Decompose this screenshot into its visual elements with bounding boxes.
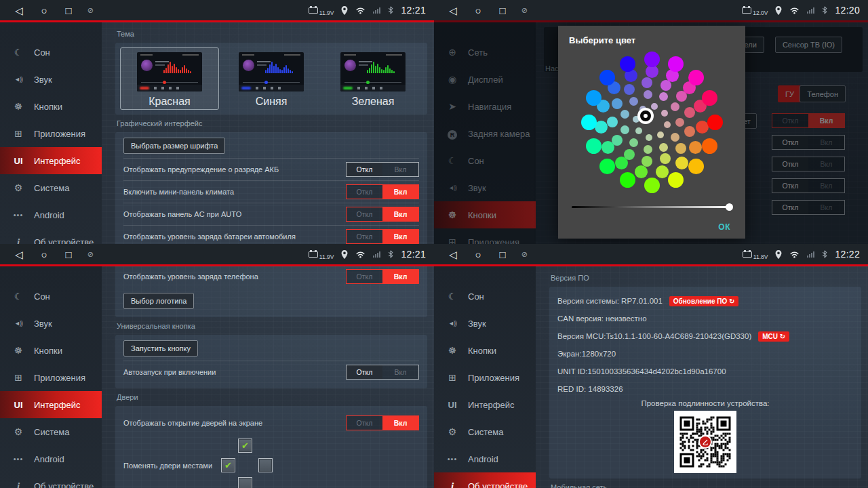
- color-dot[interactable]: [668, 56, 684, 72]
- sidebar-item-about-device[interactable]: iОб устройстве: [0, 472, 102, 488]
- color-dot[interactable]: [620, 56, 635, 72]
- back-icon[interactable]: ◁: [449, 5, 457, 16]
- color-dot[interactable]: [581, 115, 597, 130]
- sidebar-item-ui-interface[interactable]: UIИнтерфейс: [434, 391, 536, 418]
- color-dot[interactable]: [659, 92, 668, 101]
- color-dot[interactable]: [657, 131, 664, 138]
- sidebar-item-sleep[interactable]: ☾Сон: [434, 283, 536, 310]
- toggle-off[interactable]: ОтклВкл: [346, 365, 419, 380]
- color-dot[interactable]: [620, 110, 629, 119]
- run-button[interactable]: Запустить кнопку: [123, 340, 198, 357]
- color-dot[interactable]: [644, 178, 660, 193]
- color-dot[interactable]: [684, 126, 695, 137]
- sidebar-item-sound[interactable]: ◄))Звук: [0, 66, 102, 93]
- sidebar-item-apps[interactable]: ⊞Приложения: [434, 364, 536, 391]
- color-dot[interactable]: [671, 102, 679, 111]
- recents-icon[interactable]: □: [500, 5, 506, 16]
- color-dot[interactable]: [675, 143, 686, 154]
- color-dot[interactable]: [586, 138, 601, 154]
- color-dot[interactable]: [629, 138, 638, 147]
- toggle-on[interactable]: ОтклВкл: [346, 269, 419, 284]
- sidebar-item-apps[interactable]: ⊞Приложения: [0, 364, 102, 391]
- color-dot[interactable]: [620, 172, 635, 188]
- color-dot[interactable]: [620, 125, 629, 134]
- color-dot[interactable]: [644, 90, 652, 99]
- sidebar-item-steering-buttons[interactable]: ☸Кнопки: [0, 337, 102, 364]
- color-dot[interactable]: [595, 121, 608, 134]
- sidebar-item-sleep[interactable]: ☾Сон: [0, 39, 102, 66]
- color-dot[interactable]: [586, 90, 601, 106]
- color-dot[interactable]: [607, 117, 618, 127]
- color-dot[interactable]: [651, 103, 658, 110]
- back-icon[interactable]: ◁: [449, 249, 457, 260]
- toggle-on[interactable]: ОтклВкл: [346, 207, 419, 222]
- color-dot[interactable]: [644, 145, 652, 154]
- color-dot[interactable]: [659, 143, 668, 152]
- color-dot[interactable]: [675, 118, 684, 127]
- color-dot[interactable]: [702, 138, 717, 154]
- sidebar-item-steering-buttons[interactable]: ☸Кнопки: [0, 93, 102, 120]
- toggle-off[interactable]: ОтклВкл: [346, 162, 419, 177]
- color-dot[interactable]: [688, 70, 704, 85]
- sidebar-item-android[interactable]: •••Android: [0, 445, 102, 472]
- sidebar-item-sleep[interactable]: ☾Сон: [0, 283, 102, 310]
- color-dot[interactable]: [599, 70, 615, 85]
- theme-card[interactable]: Зеленая: [323, 47, 422, 110]
- quick-app-icon[interactable]: ⊘: [87, 7, 94, 14]
- logo-select-button[interactable]: Выбор логотипа: [123, 293, 194, 309]
- home-icon[interactable]: ○: [475, 5, 481, 16]
- color-dot[interactable]: [601, 141, 614, 154]
- slider-thumb[interactable]: [726, 203, 733, 211]
- quick-app-icon[interactable]: ⊘: [521, 7, 528, 14]
- color-dot[interactable]: [688, 159, 704, 174]
- door-rear-checkbox[interactable]: [238, 477, 252, 488]
- color-dot[interactable]: [599, 159, 615, 174]
- color-dot[interactable]: [707, 115, 723, 130]
- recents-icon[interactable]: □: [500, 249, 506, 260]
- toggle-on[interactable]: ОтклВкл: [346, 415, 419, 430]
- color-dot[interactable]: [612, 98, 623, 109]
- sidebar-item-system[interactable]: ⚙Система: [0, 418, 102, 445]
- color-dot[interactable]: [671, 133, 679, 142]
- sidebar-item-apps[interactable]: ⊞Приложения: [0, 120, 102, 147]
- home-icon[interactable]: ○: [475, 249, 481, 260]
- sidebar-item-sound[interactable]: ◄))Звук: [434, 310, 536, 337]
- color-dot[interactable]: [702, 90, 717, 106]
- toggle-on[interactable]: ОтклВкл: [346, 184, 419, 199]
- font-size-button[interactable]: Выбрать размер шрифта: [123, 138, 225, 154]
- color-dot[interactable]: [660, 153, 671, 164]
- color-dot[interactable]: [644, 52, 660, 67]
- color-dot[interactable]: [661, 110, 668, 117]
- color-dot[interactable]: [675, 157, 688, 169]
- color-dot[interactable]: [656, 165, 669, 178]
- brightness-slider[interactable]: [572, 203, 732, 211]
- color-dot[interactable]: [615, 157, 628, 169]
- quick-app-icon[interactable]: ⊘: [521, 251, 528, 258]
- sidebar-item-about-device[interactable]: iОб устройстве: [0, 228, 102, 244]
- sidebar-item-sound[interactable]: ◄))Звук: [0, 310, 102, 337]
- back-icon[interactable]: ◁: [15, 249, 23, 260]
- update-badge[interactable]: MCU ↻: [758, 331, 789, 342]
- color-dot[interactable]: [684, 107, 695, 118]
- color-dot[interactable]: [664, 121, 671, 128]
- door-front-checkbox[interactable]: ✔: [238, 439, 252, 453]
- color-dot[interactable]: [635, 165, 648, 178]
- color-dot[interactable]: [624, 84, 635, 95]
- sidebar-item-about-device[interactable]: iОб устройстве: [434, 472, 536, 488]
- color-dot[interactable]: [642, 77, 652, 88]
- color-dot[interactable]: [642, 156, 652, 167]
- recents-icon[interactable]: □: [66, 5, 72, 16]
- theme-card[interactable]: Синяя: [222, 47, 321, 110]
- sidebar-item-android[interactable]: •••Android: [0, 201, 102, 228]
- ok-button[interactable]: ОК: [714, 218, 734, 233]
- sidebar-item-ui-interface[interactable]: UIИнтерфейс: [0, 391, 102, 418]
- selected-color-indicator[interactable]: [640, 110, 651, 121]
- sidebar-item-steering-buttons[interactable]: ☸Кнопки: [434, 337, 536, 364]
- color-dot[interactable]: [668, 172, 684, 188]
- back-icon[interactable]: ◁: [15, 5, 23, 16]
- color-dot[interactable]: [629, 97, 638, 106]
- color-dot[interactable]: [635, 127, 642, 134]
- sidebar-item-ui-interface[interactable]: UIИнтерфейс: [0, 147, 102, 174]
- toggle-on[interactable]: ОтклВкл: [346, 229, 419, 244]
- sidebar-item-android[interactable]: •••Android: [434, 445, 536, 472]
